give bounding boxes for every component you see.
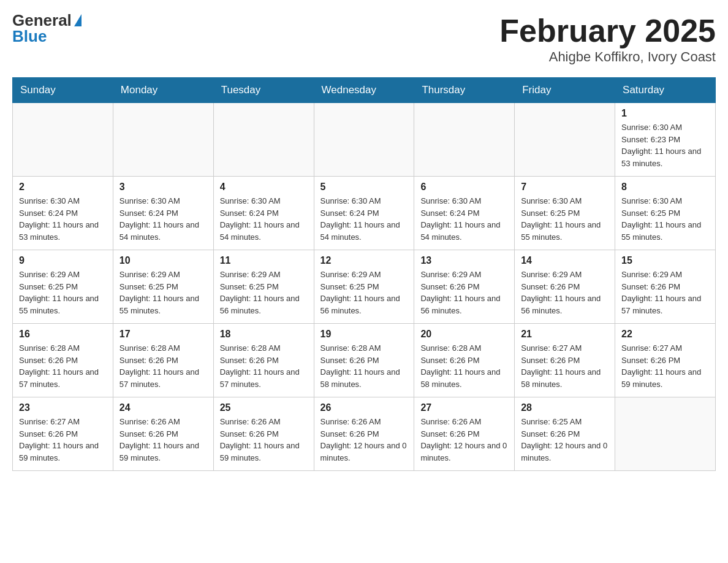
day-number: 25 [220, 402, 308, 413]
calendar-cell: 28Sunrise: 6:25 AMSunset: 6:26 PMDayligh… [515, 397, 615, 471]
calendar-cell: 14Sunrise: 6:29 AMSunset: 6:26 PMDayligh… [515, 250, 615, 324]
day-of-week-header: Saturday [615, 78, 716, 103]
day-info: Sunrise: 6:29 AMSunset: 6:25 PMDaylight:… [19, 269, 107, 316]
calendar-cell: 26Sunrise: 6:26 AMSunset: 6:26 PMDayligh… [314, 397, 414, 471]
day-of-week-header: Thursday [414, 78, 515, 103]
calendar-cell [515, 103, 615, 177]
calendar-header: SundayMondayTuesdayWednesdayThursdayFrid… [13, 78, 716, 103]
day-info: Sunrise: 6:26 AMSunset: 6:26 PMDaylight:… [420, 416, 508, 464]
calendar-cell: 23Sunrise: 6:27 AMSunset: 6:26 PMDayligh… [13, 397, 113, 471]
week-row: 1Sunrise: 6:30 AMSunset: 6:23 PMDaylight… [13, 103, 716, 177]
day-number: 15 [621, 255, 709, 266]
calendar-cell [213, 103, 314, 177]
calendar-cell [615, 397, 716, 471]
week-row: 23Sunrise: 6:27 AMSunset: 6:26 PMDayligh… [13, 397, 716, 471]
month-title: February 2025 [499, 12, 716, 49]
day-number: 21 [521, 329, 609, 340]
calendar-cell: 22Sunrise: 6:27 AMSunset: 6:26 PMDayligh… [615, 324, 716, 397]
week-row: 2Sunrise: 6:30 AMSunset: 6:24 PMDaylight… [13, 177, 716, 250]
day-number: 3 [119, 182, 207, 193]
logo-general-text: General [12, 12, 72, 28]
day-info: Sunrise: 6:26 AMSunset: 6:26 PMDaylight:… [220, 416, 308, 464]
day-info: Sunrise: 6:28 AMSunset: 6:26 PMDaylight:… [220, 342, 308, 390]
day-info: Sunrise: 6:30 AMSunset: 6:24 PMDaylight:… [220, 195, 308, 243]
day-number: 14 [521, 255, 609, 266]
day-number: 28 [521, 402, 609, 413]
day-info: Sunrise: 6:30 AMSunset: 6:24 PMDaylight:… [19, 195, 107, 243]
calendar-cell: 13Sunrise: 6:29 AMSunset: 6:26 PMDayligh… [414, 250, 515, 324]
day-info: Sunrise: 6:29 AMSunset: 6:25 PMDaylight:… [320, 269, 408, 316]
day-of-week-header: Monday [113, 78, 213, 103]
calendar-cell: 11Sunrise: 6:29 AMSunset: 6:25 PMDayligh… [213, 250, 314, 324]
day-number: 17 [119, 329, 207, 340]
calendar-cell: 18Sunrise: 6:28 AMSunset: 6:26 PMDayligh… [213, 324, 314, 397]
calendar-cell: 2Sunrise: 6:30 AMSunset: 6:24 PMDaylight… [13, 177, 113, 250]
page-header: General Blue February 2025 Ahigbe Koffik… [12, 12, 716, 65]
week-row: 16Sunrise: 6:28 AMSunset: 6:26 PMDayligh… [13, 324, 716, 397]
day-info: Sunrise: 6:29 AMSunset: 6:25 PMDaylight:… [220, 269, 308, 316]
day-number: 9 [19, 255, 107, 266]
day-number: 5 [320, 182, 408, 193]
day-number: 4 [220, 182, 308, 193]
calendar-cell: 27Sunrise: 6:26 AMSunset: 6:26 PMDayligh… [414, 397, 515, 471]
day-info: Sunrise: 6:29 AMSunset: 6:25 PMDaylight:… [119, 269, 207, 316]
logo-triangle-icon [74, 14, 82, 26]
day-info: Sunrise: 6:28 AMSunset: 6:26 PMDaylight:… [19, 342, 107, 390]
day-info: Sunrise: 6:27 AMSunset: 6:26 PMDaylight:… [621, 342, 709, 390]
day-number: 24 [119, 402, 207, 413]
day-number: 11 [220, 255, 308, 266]
calendar-table: SundayMondayTuesdayWednesdayThursdayFrid… [12, 77, 716, 471]
day-number: 6 [420, 182, 508, 193]
calendar-cell: 4Sunrise: 6:30 AMSunset: 6:24 PMDaylight… [213, 177, 314, 250]
day-info: Sunrise: 6:30 AMSunset: 6:25 PMDaylight:… [621, 195, 709, 243]
day-number: 18 [220, 329, 308, 340]
calendar-cell: 7Sunrise: 6:30 AMSunset: 6:25 PMDaylight… [515, 177, 615, 250]
day-number: 20 [420, 329, 508, 340]
day-info: Sunrise: 6:29 AMSunset: 6:26 PMDaylight:… [420, 269, 508, 316]
calendar-cell: 6Sunrise: 6:30 AMSunset: 6:24 PMDaylight… [414, 177, 515, 250]
day-number: 22 [621, 329, 709, 340]
day-number: 1 [621, 108, 709, 119]
day-info: Sunrise: 6:30 AMSunset: 6:24 PMDaylight:… [119, 195, 207, 243]
day-info: Sunrise: 6:28 AMSunset: 6:26 PMDaylight:… [420, 342, 508, 390]
calendar-cell: 15Sunrise: 6:29 AMSunset: 6:26 PMDayligh… [615, 250, 716, 324]
day-number: 2 [19, 182, 107, 193]
day-info: Sunrise: 6:30 AMSunset: 6:24 PMDaylight:… [320, 195, 408, 243]
calendar-cell: 21Sunrise: 6:27 AMSunset: 6:26 PMDayligh… [515, 324, 615, 397]
logo: General Blue [12, 12, 82, 44]
calendar-cell: 17Sunrise: 6:28 AMSunset: 6:26 PMDayligh… [113, 324, 213, 397]
day-info: Sunrise: 6:26 AMSunset: 6:26 PMDaylight:… [119, 416, 207, 464]
day-info: Sunrise: 6:25 AMSunset: 6:26 PMDaylight:… [521, 416, 609, 464]
calendar-cell [414, 103, 515, 177]
days-of-week-row: SundayMondayTuesdayWednesdayThursdayFrid… [13, 78, 716, 103]
calendar-cell: 24Sunrise: 6:26 AMSunset: 6:26 PMDayligh… [113, 397, 213, 471]
day-info: Sunrise: 6:27 AMSunset: 6:26 PMDaylight:… [19, 416, 107, 464]
calendar-cell: 3Sunrise: 6:30 AMSunset: 6:24 PMDaylight… [113, 177, 213, 250]
day-of-week-header: Tuesday [213, 78, 314, 103]
calendar-cell: 19Sunrise: 6:28 AMSunset: 6:26 PMDayligh… [314, 324, 414, 397]
calendar-cell: 25Sunrise: 6:26 AMSunset: 6:26 PMDayligh… [213, 397, 314, 471]
calendar-cell: 16Sunrise: 6:28 AMSunset: 6:26 PMDayligh… [13, 324, 113, 397]
calendar-cell: 8Sunrise: 6:30 AMSunset: 6:25 PMDaylight… [615, 177, 716, 250]
day-number: 10 [119, 255, 207, 266]
calendar-cell [113, 103, 213, 177]
day-info: Sunrise: 6:29 AMSunset: 6:26 PMDaylight:… [521, 269, 609, 316]
day-info: Sunrise: 6:27 AMSunset: 6:26 PMDaylight:… [521, 342, 609, 390]
day-number: 12 [320, 255, 408, 266]
day-info: Sunrise: 6:30 AMSunset: 6:23 PMDaylight:… [621, 121, 709, 169]
calendar-cell: 12Sunrise: 6:29 AMSunset: 6:25 PMDayligh… [314, 250, 414, 324]
title-block: February 2025 Ahigbe Koffikro, Ivory Coa… [499, 12, 716, 65]
calendar-body: 1Sunrise: 6:30 AMSunset: 6:23 PMDaylight… [13, 103, 716, 471]
logo-blue-text: Blue [12, 28, 47, 44]
day-info: Sunrise: 6:28 AMSunset: 6:26 PMDaylight:… [119, 342, 207, 390]
day-of-week-header: Friday [515, 78, 615, 103]
day-number: 16 [19, 329, 107, 340]
day-number: 19 [320, 329, 408, 340]
calendar-cell [314, 103, 414, 177]
calendar-cell: 5Sunrise: 6:30 AMSunset: 6:24 PMDaylight… [314, 177, 414, 250]
day-number: 7 [521, 182, 609, 193]
day-of-week-header: Sunday [13, 78, 113, 103]
calendar-cell: 20Sunrise: 6:28 AMSunset: 6:26 PMDayligh… [414, 324, 515, 397]
day-info: Sunrise: 6:30 AMSunset: 6:25 PMDaylight:… [521, 195, 609, 243]
week-row: 9Sunrise: 6:29 AMSunset: 6:25 PMDaylight… [13, 250, 716, 324]
